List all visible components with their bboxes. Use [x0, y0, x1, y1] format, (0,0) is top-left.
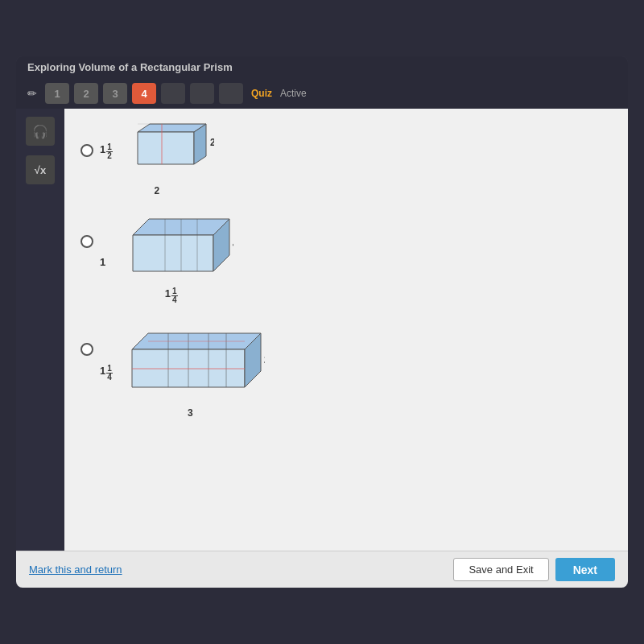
nav-btn-empty-3 — [219, 83, 243, 104]
svg-marker-8 — [133, 235, 213, 271]
nav-bar: ✏ 1 2 3 4 Quiz Active — [16, 78, 628, 109]
page-title: Exploring Volume of a Rectangular Prism — [27, 61, 233, 73]
prism-1: 2 — [118, 120, 214, 180]
mark-return-link[interactable]: Mark this and return — [29, 564, 122, 576]
radio-1[interactable] — [80, 144, 93, 157]
content-area: 112 — [64, 109, 628, 551]
svg-text:4: 4 — [233, 238, 233, 250]
prism-svg-3: 2 — [116, 319, 265, 407]
dim-bottom-1: 2 — [155, 185, 160, 196]
dim-bottom-2: 114 — [165, 287, 178, 304]
nav-btn-empty-1 — [161, 83, 185, 104]
nav-btn-empty-2 — [190, 83, 214, 104]
nav-btn-1[interactable]: 1 — [45, 83, 69, 104]
svg-text:2: 2 — [264, 354, 265, 365]
save-exit-button[interactable]: Save and Exit — [453, 558, 548, 581]
svg-marker-1 — [138, 132, 194, 164]
footer: Mark this and return Save and Exit Next — [16, 551, 628, 588]
screen: Exploring Volume of a Rectangular Prism … — [16, 56, 628, 588]
active-label: Active — [280, 88, 307, 99]
nav-btn-2[interactable]: 2 — [74, 83, 98, 104]
label-3: 114 — [100, 365, 113, 382]
pencil-icon: ✏ — [27, 87, 37, 100]
nav-btn-3[interactable]: 3 — [103, 83, 127, 104]
footer-buttons: Save and Exit Next — [453, 558, 615, 581]
label-2: 1 — [100, 256, 105, 268]
prism-container-2: 4 114 — [109, 211, 233, 304]
formula-icon[interactable]: √x — [26, 155, 55, 184]
dim-bottom-3: 3 — [188, 407, 193, 419]
nav-btn-4[interactable]: 4 — [132, 83, 156, 104]
answer-option-1: 112 — [80, 120, 612, 196]
prism-container-3: 2 3 — [116, 319, 265, 419]
next-button[interactable]: Next — [555, 558, 615, 581]
radio-2[interactable] — [80, 235, 93, 248]
answer-option-3: 114 — [80, 319, 612, 419]
main-content: 🎧 √x 112 — [16, 109, 628, 551]
svg-text:2: 2 — [210, 137, 214, 148]
prism-container-1: 112 — [100, 120, 214, 196]
label-1: 112 — [100, 143, 113, 160]
prism-svg-1: 2 — [118, 120, 214, 180]
radio-3[interactable] — [80, 343, 93, 356]
headphone-icon[interactable]: 🎧 — [26, 117, 55, 146]
quiz-label: Quiz — [251, 88, 272, 99]
prism-svg-2: 4 — [109, 211, 233, 287]
top-bar: Exploring Volume of a Rectangular Prism — [16, 56, 628, 78]
sidebar: 🎧 √x — [16, 109, 64, 551]
answer-option-2: 1 — [80, 211, 612, 304]
